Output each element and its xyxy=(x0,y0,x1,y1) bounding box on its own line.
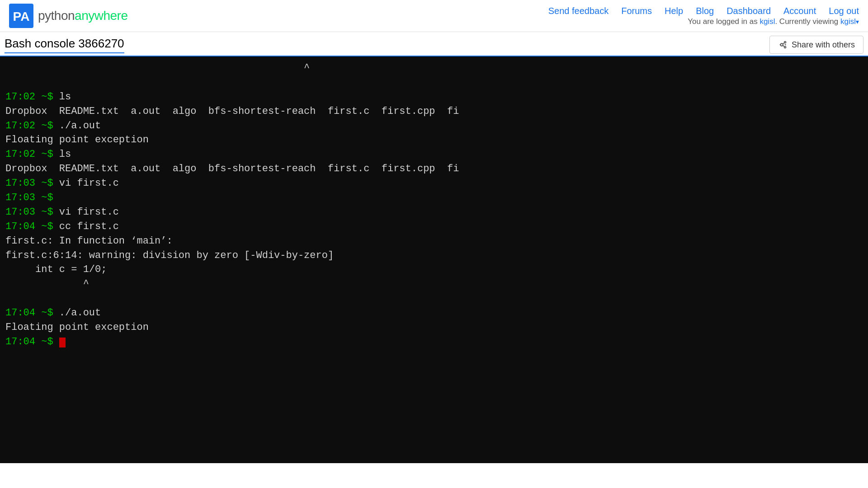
terminal-output: first.c: In function ‘main’: xyxy=(5,234,863,249)
svg-text:PA: PA xyxy=(13,9,30,23)
dashboard-link[interactable]: Dashboard xyxy=(726,6,771,16)
term-line: ^ xyxy=(5,61,863,75)
terminal-cmd: ls xyxy=(59,91,71,103)
blog-link[interactable]: Blog xyxy=(696,6,714,16)
header: PA pythonanywhere Send feedback Forums H… xyxy=(0,0,868,32)
term-line: 17:02 ~$ ./a.out xyxy=(5,119,863,133)
send-feedback-link[interactable]: Send feedback xyxy=(548,6,609,16)
terminal-cmd: vi first.c xyxy=(59,178,119,189)
terminal-output: Dropbox README.txt a.out algo bfs-shorte… xyxy=(5,162,863,176)
term-line: 17:02 ~$ ls xyxy=(5,147,863,162)
nav-links: Send feedback Forums Help Blog Dashboard… xyxy=(548,6,859,16)
logo-icon: PA xyxy=(9,4,33,28)
share-icon xyxy=(778,40,788,50)
console-title: Bash console 3866270 xyxy=(5,37,124,53)
terminal-output: ^ xyxy=(5,277,863,291)
share-button-label: Share with others xyxy=(792,40,855,50)
share-button[interactable]: Share with others xyxy=(769,36,863,54)
terminal-cmd: ./a.out xyxy=(59,307,101,319)
account-link[interactable]: Account xyxy=(783,6,816,16)
terminal-prompt: 17:03 ~$ xyxy=(5,192,59,203)
user-info-middle: . Currently viewing xyxy=(775,17,840,26)
svg-point-4 xyxy=(784,47,786,48)
user-info-prefix: You are logged in as xyxy=(688,17,760,26)
nav-top: Send feedback Forums Help Blog Dashboard… xyxy=(548,6,859,16)
user-info: You are logged in as kgisl. Currently vi… xyxy=(688,17,859,26)
forums-link[interactable]: Forums xyxy=(621,6,652,16)
terminal-prompt: 17:04 ~$ xyxy=(5,221,59,232)
term-line: 17:04 ~$ xyxy=(5,335,863,349)
user-dropdown-arrow[interactable]: ▾ xyxy=(856,18,859,25)
term-line xyxy=(5,291,863,306)
username-link[interactable]: kgisl xyxy=(760,17,775,26)
term-line: 17:03 ~$ vi first.c xyxy=(5,205,863,220)
terminal-cmd: vi first.c xyxy=(59,206,119,218)
nav-right: Send feedback Forums Help Blog Dashboard… xyxy=(548,6,859,26)
terminal[interactable]: ^ 17:02 ~$ lsDropbox README.txt a.out al… xyxy=(0,56,868,463)
term-line xyxy=(5,75,863,90)
term-line: 17:04 ~$ ./a.out xyxy=(5,306,863,320)
terminal-output: Dropbox README.txt a.out algo bfs-shorte… xyxy=(5,104,863,119)
terminal-caret[interactable] xyxy=(59,338,66,347)
help-link[interactable]: Help xyxy=(665,6,683,16)
svg-line-5 xyxy=(783,43,784,44)
terminal-prompt: 17:03 ~$ xyxy=(5,206,59,218)
term-line: 17:04 ~$ cc first.c xyxy=(5,220,863,234)
terminal-output: int c = 1/0; xyxy=(5,263,863,277)
logout-link[interactable]: Log out xyxy=(829,6,859,16)
term-line: 17:03 ~$ vi first.c xyxy=(5,176,863,191)
terminal-prompt: 17:02 ~$ xyxy=(5,120,59,131)
terminal-prompt-active: 17:04 ~$ xyxy=(5,336,59,347)
username2-link[interactable]: kgisl xyxy=(840,17,856,26)
logo-text: pythonanywhere xyxy=(38,9,127,23)
terminal-prompt: 17:02 ~$ xyxy=(5,91,59,103)
logo-python: python xyxy=(38,9,75,23)
svg-line-6 xyxy=(783,45,784,47)
terminal-cmd: cc first.c xyxy=(59,221,119,232)
terminal-cmd: ./a.out xyxy=(59,120,101,131)
terminal-output: first.c:6:14: warning: division by zero … xyxy=(5,249,863,263)
term-line: 17:02 ~$ ls xyxy=(5,90,863,104)
terminal-prompt: 17:02 ~$ xyxy=(5,149,59,160)
terminal-output: Floating point exception xyxy=(5,320,863,335)
terminal-output: Floating point exception xyxy=(5,133,863,147)
sub-header: Bash console 3866270 Share with others xyxy=(0,32,868,56)
logo-area[interactable]: PA pythonanywhere xyxy=(9,4,127,28)
terminal-cmd: ls xyxy=(59,149,71,160)
logo-anywhere: anywhere xyxy=(75,9,127,23)
svg-point-3 xyxy=(784,42,786,43)
term-line: 17:03 ~$ xyxy=(5,191,863,205)
terminal-prompt: 17:04 ~$ xyxy=(5,307,59,319)
terminal-prompt: 17:03 ~$ xyxy=(5,178,59,189)
